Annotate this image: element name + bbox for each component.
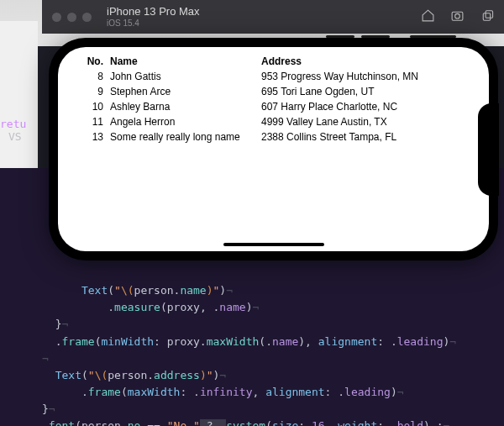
cell-no: 10 — [78, 101, 110, 113]
side-button — [410, 35, 456, 38]
cell-address: 4999 Valley Lane Austin, TX — [261, 116, 469, 128]
cell-no: 9 — [78, 86, 110, 97]
table-row: 10 Ashley Barna 607 Harry Place Charlott… — [78, 99, 469, 114]
header-name: Name — [110, 55, 261, 67]
screenshot-icon[interactable] — [450, 8, 465, 25]
background-code-fragment: retuVS — [0, 118, 26, 143]
cell-name: Some really really long name — [110, 131, 261, 143]
device-os: iOS 15.4 — [107, 18, 200, 28]
cell-name: Stephen Arce — [110, 86, 261, 97]
iphone-screen[interactable]: No. Name Address 8 John Gattis 953 Progr… — [58, 47, 489, 251]
table-header-row: No. Name Address — [78, 54, 469, 69]
simulator-titlebar: iPhone 13 Pro Max iOS 15.4 — [42, 0, 504, 34]
svg-rect-2 — [483, 13, 491, 21]
iphone-frame: No. Name Address 8 John Gattis 953 Progr… — [49, 38, 498, 260]
header-no: No. — [78, 55, 110, 67]
home-icon[interactable] — [421, 8, 435, 25]
cell-name: Angela Herron — [110, 116, 261, 128]
table-row: 11 Angela Herron 4999 Valley Lane Austin… — [78, 114, 469, 129]
simulator-title: iPhone 13 Pro Max iOS 15.4 — [107, 6, 200, 27]
minimize-dot[interactable] — [67, 13, 76, 22]
side-button — [361, 35, 390, 38]
svg-rect-0 — [452, 12, 463, 20]
cell-address: 2388 Collins Street Tampa, FL — [261, 131, 469, 143]
side-button — [326, 35, 354, 38]
cell-address: 953 Progress Way Hutchinson, MN — [261, 71, 469, 82]
cell-no: 8 — [78, 71, 110, 82]
iphone-notch — [478, 103, 499, 196]
header-address: Address — [261, 55, 469, 67]
table-row: 9 Stephen Arce 695 Tori Lane Ogden, UT — [78, 84, 469, 99]
zoom-dot[interactable] — [82, 13, 92, 22]
cell-name: Ashley Barna — [110, 101, 261, 113]
code-editor[interactable]: Text("\(person.name)")¬ .measure(proxy, … — [42, 266, 504, 426]
cell-address: 607 Harry Place Charlotte, NC — [261, 101, 469, 113]
cell-address: 695 Tori Lane Ogden, UT — [261, 86, 469, 97]
table-row: 8 John Gattis 953 Progress Way Hutchinso… — [78, 69, 469, 84]
background-sidebar — [0, 21, 38, 172]
data-table: No. Name Address 8 John Gattis 953 Progr… — [58, 47, 489, 151]
external-icon[interactable] — [480, 8, 494, 25]
cell-no: 13 — [78, 131, 110, 143]
home-indicator[interactable] — [223, 243, 324, 246]
device-name: iPhone 13 Pro Max — [107, 6, 200, 18]
window-traffic-lights[interactable] — [52, 13, 92, 22]
close-dot[interactable] — [52, 13, 61, 22]
cell-no: 11 — [78, 116, 110, 128]
cell-name: John Gattis — [110, 71, 261, 82]
svg-rect-3 — [486, 11, 493, 18]
svg-point-1 — [455, 13, 460, 18]
table-row: 13 Some really really long name 2388 Col… — [78, 129, 469, 145]
